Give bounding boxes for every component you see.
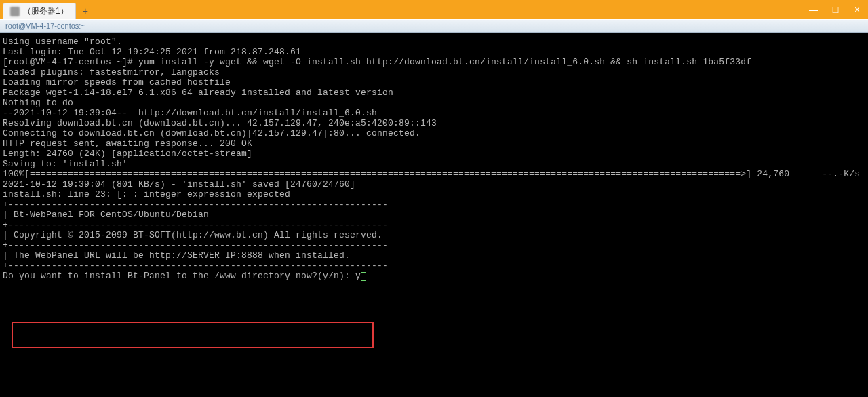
terminal-output[interactable]: Using username "root".Last login: Tue Oc… <box>0 33 868 397</box>
terminal-line: Package wget-1.14-18.el7_6.1.x86_64 alre… <box>3 88 865 98</box>
terminal-line: --2021-10-12 19:39:04-- http://download.… <box>3 108 865 118</box>
terminal-line: 2021-10-12 19:39:04 (801 KB/s) - 'instal… <box>3 179 865 189</box>
close-button[interactable]: × <box>849 3 865 16</box>
tabs-bar: （服务器1） + <box>0 0 868 19</box>
terminal-line: Resolving download.bt.cn (download.bt.cn… <box>3 118 865 128</box>
terminal-line: Using username "root". <box>3 37 865 47</box>
terminal-line: [root@VM-4-17-centos ~]# yum install -y … <box>3 57 865 67</box>
terminal-line: Connecting to download.bt.cn (download.b… <box>3 128 865 138</box>
session-info-bar: root@VM-4-17-centos:~ <box>0 19 868 33</box>
terminal-line: +---------------------------------------… <box>3 240 865 250</box>
tab-label: （服务器1） <box>23 5 68 17</box>
tab-icon <box>10 7 20 16</box>
terminal-line: | Bt-WebPanel FOR CentOS/Ubuntu/Debian <box>3 210 865 220</box>
terminal-line: | The WebPanel URL will be http://SERVER… <box>3 250 865 261</box>
terminal-line: | Copyright © 2015-2099 BT-SOFT(http://w… <box>3 230 865 240</box>
terminal-line: 100%[===================================… <box>3 169 865 179</box>
maximize-button[interactable]: □ <box>827 3 844 16</box>
terminal-line: +---------------------------------------… <box>3 220 865 230</box>
terminal-cursor <box>361 272 366 281</box>
terminal-line: Last login: Tue Oct 12 19:24:25 2021 fro… <box>3 47 865 57</box>
terminal-prompt-line: Do you want to install Bt-Panel to the /… <box>3 271 865 281</box>
minimize-button[interactable]: — <box>806 3 822 16</box>
new-tab-button[interactable]: + <box>77 3 94 19</box>
window-controls: — □ × <box>806 3 865 16</box>
terminal-line: HTTP request sent, awaiting response... … <box>3 138 865 149</box>
terminal-line: Saving to: 'install.sh' <box>3 159 865 169</box>
terminal-line: Length: 24760 (24K) [application/octet-s… <box>3 149 865 159</box>
terminal-line: Loading mirror speeds from cached hostfi… <box>3 77 865 88</box>
terminal-line: Nothing to do <box>3 98 865 108</box>
terminal-line: +---------------------------------------… <box>3 200 865 210</box>
tab-server-1[interactable]: （服务器1） <box>3 3 76 19</box>
terminal-line: Loaded plugins: fastestmirror, langpacks <box>3 67 865 77</box>
terminal-line: install.sh: line 23: [: : integer expres… <box>3 189 865 200</box>
session-path: root@VM-4-17-centos:~ <box>5 22 85 30</box>
terminal-line: +---------------------------------------… <box>3 261 865 271</box>
